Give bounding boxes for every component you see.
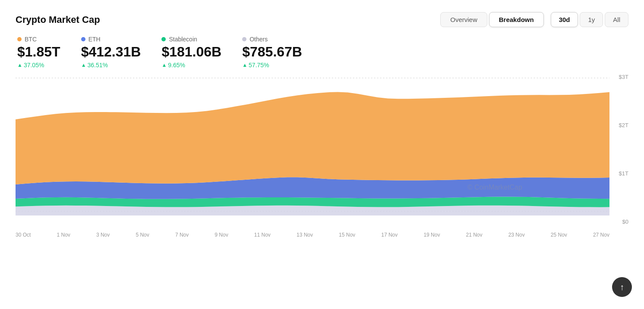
time-all-button[interactable]: All <box>605 12 628 27</box>
x-axis-label: 25 Nov <box>551 232 567 238</box>
legend-value-stablecoin: $181.06B <box>161 44 221 59</box>
legend-dot-stablecoin <box>161 37 166 41</box>
x-axis-label: 11 Nov <box>254 232 271 238</box>
legend-label-eth: ETH <box>81 36 141 43</box>
legend-change-eth: ▲ 36.51% <box>81 62 141 69</box>
legend-label-btc: BTC <box>17 36 60 43</box>
x-axis-label: 30 Oct <box>16 232 31 238</box>
tab-overview-button[interactable]: Overview <box>440 12 487 27</box>
x-axis-label: 27 Nov <box>593 232 609 238</box>
x-axis-label: 13 Nov <box>297 232 313 238</box>
chart-svg-container: © CoinMarketCap 30 Oct1 Nov3 Nov5 Nov7 N… <box>16 74 609 238</box>
up-arrow-icon: ▲ <box>242 62 247 68</box>
page-title: Crypto Market Cap <box>16 14 100 25</box>
svg-text:© CoinMarketCap: © CoinMarketCap <box>467 184 522 191</box>
y-axis-label: $3T <box>613 74 628 80</box>
x-axis-label: 19 Nov <box>423 232 440 238</box>
legend-value-others: $785.67B <box>242 44 302 59</box>
legend-label-stablecoin: Stablecoin <box>161 36 221 43</box>
x-axis-label: 23 Nov <box>508 232 525 238</box>
page-header: Crypto Market Cap OverviewBreakdown 30d1… <box>16 12 628 27</box>
legend-label-others: Others <box>242 36 302 43</box>
x-axis: 30 Oct1 Nov3 Nov5 Nov7 Nov9 Nov11 Nov13 … <box>16 229 609 238</box>
legend-item-eth: ETH $412.31B ▲ 36.51% <box>81 36 141 69</box>
x-axis-label: 9 Nov <box>215 232 228 238</box>
legend-item-stablecoin: Stablecoin $181.06B ▲ 9.65% <box>161 36 221 69</box>
legend-value-eth: $412.31B <box>81 44 141 59</box>
time-30d-button[interactable]: 30d <box>551 12 578 27</box>
y-axis-label: $0 <box>613 218 628 225</box>
legend-value-btc: $1.85T <box>17 44 60 59</box>
legend-change-btc: ▲ 37.05% <box>17 62 60 69</box>
legend-dot-others <box>242 37 246 41</box>
y-axis: $3T$2T$1T$0 <box>613 74 628 238</box>
legend-row: BTC $1.85T ▲ 37.05% ETH $412.31B ▲ 36.51… <box>16 36 628 69</box>
legend-change-others: ▲ 57.75% <box>242 62 302 69</box>
time-1y-button[interactable]: 1y <box>580 12 603 27</box>
up-arrow-icon: ▲ <box>161 62 167 68</box>
y-axis-label: $1T <box>613 170 628 177</box>
x-axis-label: 21 Nov <box>466 232 483 238</box>
legend-item-btc: BTC $1.85T ▲ 37.05% <box>17 36 60 69</box>
x-axis-label: 17 Nov <box>381 232 398 238</box>
up-arrow-icon: ▲ <box>17 62 22 68</box>
x-axis-label: 15 Nov <box>339 232 355 238</box>
legend-change-stablecoin: ▲ 9.65% <box>161 62 221 69</box>
up-arrow-icon: ▲ <box>81 62 86 68</box>
tab-breakdown-button[interactable]: Breakdown <box>489 12 544 27</box>
chart-wrapper: © CoinMarketCap 30 Oct1 Nov3 Nov5 Nov7 N… <box>16 74 628 238</box>
x-axis-label: 1 Nov <box>57 232 70 238</box>
y-axis-label: $2T <box>613 122 628 128</box>
x-axis-label: 3 Nov <box>96 232 110 238</box>
x-axis-label: 5 Nov <box>136 232 149 238</box>
x-axis-label: 7 Nov <box>175 232 189 238</box>
controls-bar: OverviewBreakdown 30d1yAll <box>440 12 628 27</box>
scroll-top-button[interactable]: ↑ <box>612 277 632 297</box>
legend-item-others: Others $785.67B ▲ 57.75% <box>242 36 302 69</box>
legend-dot-btc <box>17 37 22 41</box>
legend-dot-eth <box>81 37 85 41</box>
